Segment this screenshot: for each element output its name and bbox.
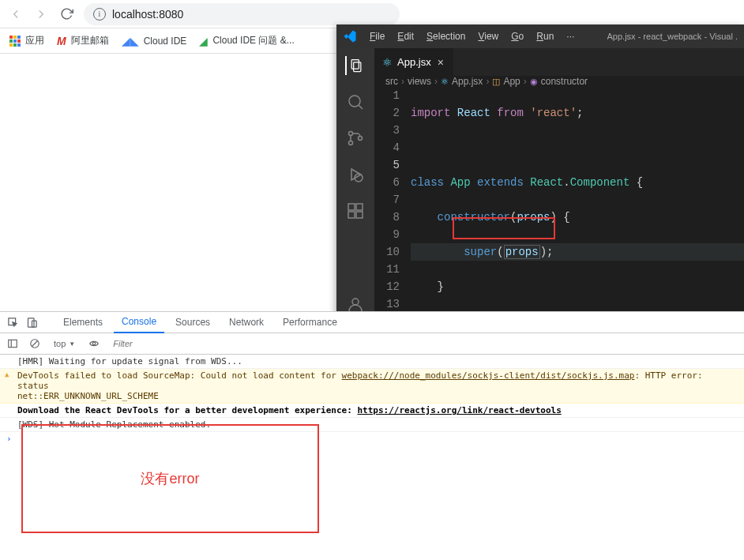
search-icon[interactable] (346, 92, 365, 111)
svg-point-5 (349, 141, 353, 145)
svg-point-22 (92, 342, 96, 345)
console-toolbar: top ▼ (0, 333, 744, 355)
tab-performance[interactable]: Performance (275, 312, 345, 333)
tab-console[interactable]: Console (114, 311, 164, 333)
tab-close-icon[interactable]: × (436, 56, 445, 69)
run-debug-icon[interactable] (346, 165, 365, 184)
class-icon: ◫ (492, 77, 500, 87)
annotation-text: 没有error (141, 469, 199, 488)
explorer-icon[interactable] (345, 56, 364, 75)
svg-point-6 (359, 137, 363, 141)
svg-rect-18 (9, 340, 17, 347)
extensions-icon[interactable] (346, 201, 365, 220)
log-link[interactable]: https://reactjs.org/link/react-devtools (357, 405, 561, 415)
log-entry-warn: DevTools failed to load SourceMap: Could… (0, 369, 744, 404)
back-button[interactable] (8, 6, 24, 22)
cloud-icon: ◢◣ (122, 35, 139, 47)
menu-selection[interactable]: Selection (422, 29, 470, 43)
source-control-icon[interactable] (346, 129, 365, 148)
svg-rect-12 (356, 212, 363, 218)
menu-edit[interactable]: Edit (393, 29, 419, 43)
editor-tabs: ⚛ App.jsx × (374, 48, 744, 76)
svg-point-13 (352, 299, 359, 305)
vscode-window-title: App.jsx - react_webpack - Visual . (607, 32, 738, 41)
log-link[interactable]: webpack:///node_modules/sockjs-client/di… (342, 370, 635, 381)
apps-icon (9, 36, 21, 47)
svg-point-4 (349, 132, 353, 136)
bookmark-ali[interactable]: M 阿里邮箱 (57, 34, 109, 47)
forward-button[interactable] (33, 6, 49, 22)
svg-line-21 (32, 341, 38, 347)
ali-mail-icon: M (57, 35, 66, 47)
device-toggle-icon[interactable] (24, 314, 39, 330)
bookmark-cloud-ide-q[interactable]: ◢ Cloud IDE 问题 &... (199, 34, 294, 47)
tab-elements[interactable]: Elements (55, 312, 111, 333)
menu-view[interactable]: View (473, 29, 503, 43)
inspect-element-icon[interactable] (5, 314, 21, 330)
vscode-titlebar[interactable]: File Edit Selection View Go Run ··· App.… (336, 24, 744, 48)
react-icon: ⚛ (441, 77, 449, 87)
log-entry: [HMR] Waiting for update signal from WDS… (0, 355, 744, 369)
reload-button[interactable] (58, 6, 74, 22)
menu-more[interactable]: ··· (562, 29, 579, 43)
console-sidebar-toggle-icon[interactable] (5, 336, 21, 351)
svg-rect-11 (348, 212, 355, 218)
tab-app-jsx[interactable]: ⚛ App.jsx × (374, 48, 454, 76)
svg-rect-1 (354, 62, 361, 72)
devtools-tabs: Elements Console Sources Network Perform… (0, 312, 744, 333)
apps-shortcut[interactable]: 应用 (9, 34, 44, 47)
annotation-box-main: 没有error (21, 424, 319, 533)
svg-rect-0 (351, 60, 359, 70)
svg-rect-9 (348, 204, 355, 210)
menu-go[interactable]: Go (506, 29, 528, 43)
context-selector[interactable]: top ▼ (49, 337, 80, 350)
leaf-icon: ◢ (199, 35, 208, 47)
menu-file[interactable]: File (365, 29, 389, 43)
clear-console-icon[interactable] (27, 336, 43, 351)
bookmark-cloud-ide[interactable]: ◢◣ Cloud IDE (122, 35, 187, 47)
site-info-icon[interactable]: i (93, 8, 106, 21)
tab-sources[interactable]: Sources (167, 312, 218, 333)
vscode-menubar: File Edit Selection View Go Run ··· (365, 29, 579, 43)
svg-line-3 (359, 105, 363, 109)
live-expression-icon[interactable] (86, 336, 102, 351)
svg-rect-10 (356, 204, 363, 210)
svg-point-2 (349, 96, 360, 107)
svg-rect-16 (28, 318, 34, 326)
log-entry: Download the React DevTools for a better… (0, 404, 744, 418)
method-icon: ◉ (530, 77, 538, 87)
console-filter-input[interactable] (108, 337, 203, 350)
address-bar[interactable]: i localhost:8080 (84, 3, 400, 25)
tab-network[interactable]: Network (221, 312, 272, 333)
react-file-icon: ⚛ (382, 56, 393, 69)
menu-run[interactable]: Run (532, 29, 558, 43)
url-text: localhost:8080 (112, 8, 183, 21)
vscode-logo-icon (343, 29, 357, 43)
breadcrumb[interactable]: src› views› ⚛ App.jsx› ◫ App› ◉ construc… (374, 76, 744, 87)
